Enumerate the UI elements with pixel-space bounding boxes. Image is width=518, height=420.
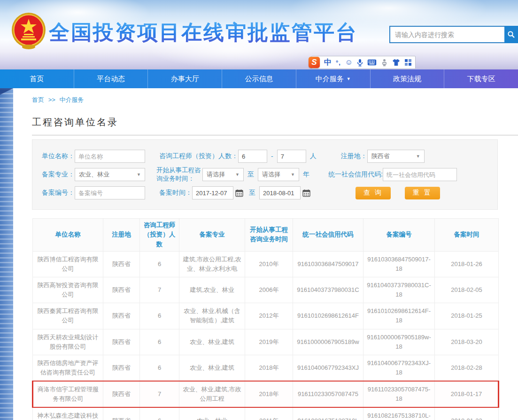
col-header-engineer-count: 咨询工程师（投资）人数 (140, 219, 179, 252)
ime-punctuation-icon[interactable]: °, (336, 59, 341, 66)
table-cell: 91610403737980031C-18 (363, 277, 435, 303)
table-cell: 陕西高智投资咨询有限公司 (33, 277, 103, 303)
table-cell: 2018-01-17 (435, 381, 499, 407)
table-cell: 91610000067905189w-18 (363, 329, 435, 355)
start-year-select[interactable]: 请选择 ▼ (202, 168, 244, 181)
filter-row-3: 备案编号： 备案时间： 至 (42, 185, 497, 201)
filter-panel: 单位名称： 咨询工程师（投资）人数： - 人 注册地： 陕西省 ▼ 备案专业： … (32, 139, 498, 210)
table-cell: 陕西省 (103, 251, 140, 277)
sogou-logo-icon[interactable]: S (309, 57, 320, 68)
record-end-date-input[interactable] (259, 186, 301, 199)
nav-item-service-hall[interactable]: 办事大厅 (147, 69, 222, 88)
table-cell: 陕西博信工程咨询有限公司 (33, 251, 103, 277)
page: 全国投资项目在线审批监管平台 S 中 °, ☺ (0, 0, 518, 420)
engineer-min-input[interactable] (238, 150, 267, 163)
table-row: 陕西博信工程咨询有限公司陕西省6建筑,市政公用工程,农业、林业,水利水电2010… (33, 251, 499, 277)
breadcrumb-home[interactable]: 首页 (32, 96, 44, 103)
nav-item-public-info[interactable]: 公示信息 (222, 69, 296, 88)
to-label: 至 (247, 170, 254, 179)
table-row: 陕西天耕农业规划设计股份有限公司陕西省6农业、林业,建筑2019年9161000… (33, 329, 499, 355)
table-cell: 2006年 (245, 277, 293, 303)
region-select[interactable]: 陕西省 ▼ (367, 150, 425, 163)
table-row: 陕西秦冀工程咨询有限公司陕西省6农业、林业,机械（含智能制造）,建筑2012年9… (33, 303, 499, 329)
site-header: 全国投资项目在线审批监管平台 S 中 °, ☺ (0, 0, 518, 69)
page-title: 工程咨询单位名录 (32, 116, 518, 129)
select-arrow-icon: ▼ (235, 172, 240, 177)
main-nav: 首页 平台动态 办事大厅 公示信息 中介服务 ▼ 政策法规 下载专区 (0, 69, 518, 88)
search-button[interactable] (504, 26, 518, 43)
col-header-unit-name: 单位名称 (33, 219, 103, 252)
table-row: 陕西信德房地产资产评估咨询有限责任公司陕西省6农业、林业,建筑2018年9161… (33, 355, 499, 381)
table-cell: 9161040067792343XJ (293, 355, 363, 381)
table-header-row: 单位名称 注册地 咨询工程师（投资）人数 备案专业 开始从事工程咨询业务时间 统… (33, 219, 499, 252)
ime-language-icon[interactable]: 中 (324, 58, 332, 68)
table-cell: 91610102698612614F (293, 303, 363, 329)
col-header-record-no: 备案编号 (363, 219, 435, 252)
left-background-strip (0, 88, 13, 420)
end-date-calendar-icon[interactable] (302, 189, 310, 197)
nav-item-policies[interactable]: 政策法规 (370, 69, 444, 88)
nav-item-downloads[interactable]: 下载专区 (444, 69, 518, 88)
ime-keyboard-icon[interactable] (367, 59, 377, 66)
nav-item-intermediary-services[interactable]: 中介服务 ▼ (296, 69, 370, 88)
select-arrow-icon: ▼ (416, 154, 420, 159)
record-start-date-input[interactable] (192, 186, 233, 199)
breadcrumb-current[interactable]: 中介服务 (59, 96, 84, 103)
col-header-credit-code: 统一社会信用代码 (293, 219, 363, 252)
search-input[interactable] (389, 26, 504, 43)
filter-row-2: 备案专业： 农业、林业 ▼ 开始从事工程咨询业务时间： 请选择 ▼ 至 请选择 … (42, 167, 497, 183)
col-header-specialty: 备案专业 (179, 219, 245, 252)
table-cell: 2018年 (245, 381, 293, 407)
table-cell: 农业、林业 (179, 407, 245, 420)
site-title: 全国投资项目在线审批监管平台 (49, 19, 358, 46)
table-cell: 7 (140, 277, 179, 303)
engineer-max-input[interactable] (277, 150, 306, 163)
nav-item-platform-news[interactable]: 平台动态 (74, 69, 148, 88)
table-cell: 2019年 (245, 329, 293, 355)
results-table: 单位名称 注册地 咨询工程师（投资）人数 备案专业 开始从事工程咨询业务时间 统… (32, 218, 499, 420)
table-cell: 91610102698612614F-18 (363, 303, 435, 329)
table-cell: 2018-01-25 (435, 303, 499, 329)
table-cell: 陕西省 (103, 381, 140, 407)
table-cell: 陕西省 (103, 303, 140, 329)
table-cell: 2018-03-20 (435, 329, 499, 355)
ime-emoji-icon[interactable]: ☺ (345, 58, 353, 67)
ime-handwriting-icon[interactable] (381, 59, 388, 67)
table-cell: 2018-01-26 (435, 251, 499, 277)
breadcrumb-separator: >> (48, 96, 55, 103)
table-cell: 商洛市信宇工程管理服务有限公司 (33, 381, 103, 407)
table-cell: 91610821675138710L-18 (363, 407, 435, 420)
start-time-label: 开始从事工程咨询业务时间： (156, 166, 202, 183)
start-date-calendar-icon[interactable] (235, 189, 243, 197)
table-cell: 陕西天耕农业规划设计股份有限公司 (33, 329, 103, 355)
specialty-select[interactable]: 农业、林业 ▼ (75, 168, 145, 181)
end-year-select[interactable]: 请选择 ▼ (258, 168, 299, 181)
table-cell: 7 (140, 381, 179, 407)
credit-code-input[interactable] (383, 168, 457, 181)
region-label: 注册地： (341, 152, 367, 160)
table-cell: 农业、林业,建筑 (179, 329, 245, 355)
ime-skin-icon[interactable] (392, 59, 400, 66)
col-header-start-time: 开始从事工程咨询业务时间 (245, 219, 293, 252)
record-no-label: 备案编号： (42, 189, 75, 197)
national-emblem-logo (11, 12, 46, 50)
table-cell: 陕西省 (103, 329, 140, 355)
record-no-input[interactable] (75, 186, 145, 199)
table-cell: 农业、林业,机械（含智能制造）,建筑 (179, 303, 245, 329)
table-cell: 陕西省 (103, 355, 140, 381)
unit-name-input[interactable] (75, 150, 145, 163)
table-body: 陕西博信工程咨询有限公司陕西省6建筑,市政公用工程,农业、林业,水利水电2010… (33, 251, 499, 420)
ime-microphone-icon[interactable] (357, 59, 363, 67)
query-button[interactable]: 查 询 (356, 187, 391, 199)
breadcrumb: 首页 >> 中介服务 (32, 96, 518, 104)
table-cell: 916103036847509017-18 (363, 251, 435, 277)
ime-menu-grid-icon[interactable] (404, 59, 412, 66)
table-cell: 6 (140, 355, 179, 381)
nav-item-home[interactable]: 首页 (0, 69, 74, 88)
table-cell: 6 (140, 251, 179, 277)
table-cell: 2010年 (245, 251, 293, 277)
reset-button[interactable]: 重 置 (405, 187, 440, 199)
table-cell: 916110233057087475 (293, 381, 363, 407)
table-cell: 2018年 (245, 355, 293, 381)
table-cell: 2012年 (245, 303, 293, 329)
